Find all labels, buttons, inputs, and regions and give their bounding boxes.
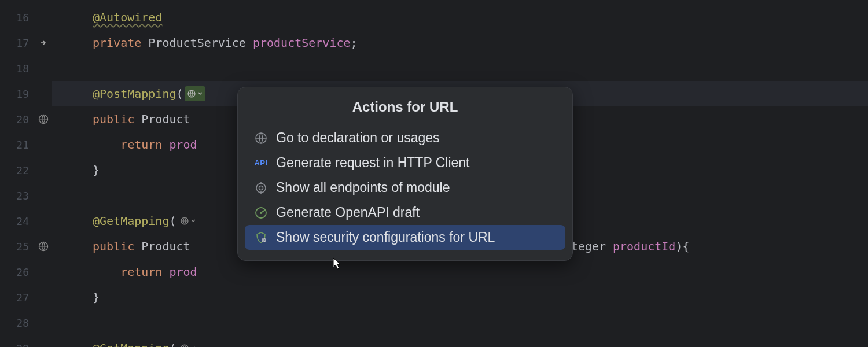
- endpoint-gutter-icon[interactable]: [38, 241, 49, 252]
- target-icon: [254, 181, 268, 195]
- shield-icon: [254, 231, 268, 245]
- line-number: 20: [0, 106, 52, 132]
- line-number: 26: [0, 259, 52, 285]
- popup-item-label: Show security configurations for URL: [276, 230, 495, 245]
- keyword-token: public: [93, 239, 134, 253]
- popup-item-security-config[interactable]: Show security configurations for URL: [245, 225, 565, 250]
- code-line: private ProductService productService;: [52, 30, 868, 56]
- punct-token: ;: [351, 36, 358, 50]
- endpoint-gutter-icon[interactable]: [38, 114, 49, 124]
- line-number: 17: [0, 30, 52, 56]
- code-line: return prod: [52, 259, 868, 285]
- actions-popup: Actions for URL Go to declaration or usa…: [237, 87, 573, 261]
- keyword-token: return: [93, 265, 162, 279]
- code-line: }: [52, 285, 868, 310]
- field-token: prod: [162, 265, 197, 279]
- line-number: 22: [0, 157, 52, 183]
- punct-token: (: [169, 341, 176, 347]
- svg-point-7: [256, 183, 266, 193]
- line-number: 18: [0, 56, 52, 81]
- line-number: 27: [0, 285, 52, 310]
- popup-title: Actions for URL: [238, 95, 572, 125]
- punct-token: (: [169, 214, 176, 228]
- popup-item-generate-openapi[interactable]: Generate OpenAPI draft: [238, 200, 572, 225]
- annotation-token: @Autowired: [93, 10, 162, 24]
- popup-item-goto-declaration[interactable]: Go to declaration or usages: [238, 125, 572, 150]
- field-token: prod: [162, 138, 197, 152]
- field-token: productId: [613, 239, 675, 253]
- svg-point-8: [259, 186, 263, 190]
- type-token: Product: [134, 112, 197, 126]
- radar-icon: [254, 206, 268, 220]
- url-inlay-icon[interactable]: [178, 213, 198, 228]
- type-token: Product: [134, 239, 197, 253]
- code-line: @GetMapping(: [52, 335, 868, 347]
- punct-token: }: [93, 163, 100, 177]
- field-token: productService: [253, 36, 351, 50]
- code-line: [52, 310, 868, 335]
- api-icon: API: [254, 156, 268, 170]
- line-number: 25: [0, 234, 52, 259]
- popup-item-label: Generate OpenAPI draft: [276, 205, 420, 220]
- popup-item-label: Show all endpoints of module: [276, 180, 450, 195]
- line-number: 28: [0, 310, 52, 335]
- punct-token: ){: [675, 239, 689, 253]
- code-line: [52, 56, 868, 81]
- keyword-token: public: [93, 112, 134, 126]
- annotation-token: @GetMapping: [93, 341, 169, 347]
- line-number: 21: [0, 132, 52, 157]
- keyword-token: private: [93, 36, 141, 50]
- line-number-gutter: 16 17 18 19 20 21 22 23 24 25 26 27 28 2…: [0, 0, 52, 347]
- annotation-token: @GetMapping: [93, 214, 169, 228]
- code-line: @Autowired: [52, 5, 868, 30]
- popup-item-label: Go to declaration or usages: [276, 130, 440, 146]
- punct-token: (: [176, 87, 183, 101]
- line-number: 16: [0, 5, 52, 30]
- gutter-marker-icon[interactable]: [37, 37, 49, 49]
- popup-item-label: Generate request in HTTP Client: [276, 155, 470, 171]
- url-inlay-icon[interactable]: [178, 341, 198, 347]
- keyword-token: return: [93, 138, 162, 152]
- line-number: 23: [0, 183, 52, 208]
- type-token: ProductService: [141, 36, 253, 50]
- popup-item-generate-http-request[interactable]: API Generate request in HTTP Client: [238, 150, 572, 175]
- annotation-token: @PostMapping: [93, 87, 176, 101]
- globe-icon: [254, 131, 268, 145]
- line-number: 24: [0, 208, 52, 234]
- line-number: 19: [0, 81, 52, 106]
- url-inlay-icon[interactable]: [185, 86, 205, 101]
- punct-token: }: [93, 290, 100, 304]
- line-number: 29: [0, 335, 52, 347]
- popup-item-show-endpoints[interactable]: Show all endpoints of module: [238, 175, 572, 200]
